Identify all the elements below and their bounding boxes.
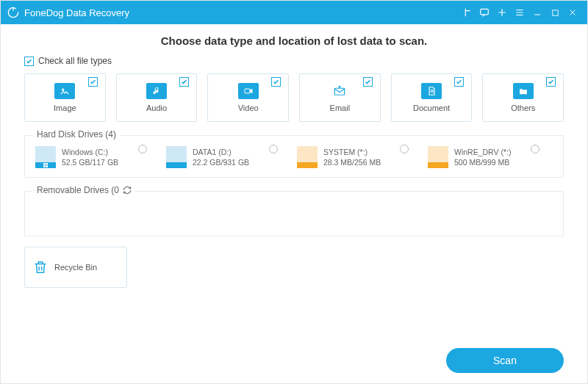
drive-icon: [428, 146, 448, 168]
app-logo-icon: [7, 6, 20, 19]
type-card-video[interactable]: Video: [207, 73, 289, 122]
others-icon: [513, 83, 534, 99]
drive-size: 500 MB/999 MB: [454, 157, 511, 167]
recycle-radio[interactable]: [112, 252, 121, 261]
email-icon: [329, 83, 350, 99]
type-checkbox[interactable]: [454, 77, 464, 87]
hdd-list: Windows (C:)52.5 GB/117 GB DATA1 (D:)22.…: [35, 146, 553, 168]
drive-name: SYSTEM (*:): [323, 147, 381, 157]
drive-item[interactable]: DATA1 (D:)22.2 GB/931 GB: [166, 146, 284, 168]
svg-rect-4: [335, 88, 345, 95]
type-checkbox[interactable]: [88, 77, 98, 87]
svg-rect-0: [481, 9, 489, 15]
drive-size: 28.3 MB/256 MB: [323, 157, 381, 167]
type-label: Image: [54, 104, 76, 112]
drive-icon: [166, 146, 187, 168]
type-card-document[interactable]: Document: [391, 73, 473, 122]
minimize-button[interactable]: [528, 4, 546, 21]
maximize-button[interactable]: [546, 4, 564, 21]
svg-rect-5: [43, 163, 46, 165]
video-icon: [238, 83, 259, 99]
drive-radio[interactable]: [400, 145, 409, 153]
type-checkbox[interactable]: [271, 77, 281, 87]
file-types-row: Image Audio Video Email Document Others: [24, 73, 564, 122]
refresh-icon[interactable]: [119, 185, 135, 198]
main-content: Choose data type and location of lost da…: [1, 24, 587, 383]
check-all-checkbox[interactable]: [24, 57, 34, 66]
type-label: Video: [238, 104, 259, 112]
chat-icon[interactable]: [476, 4, 493, 21]
svg-rect-1: [552, 10, 557, 15]
type-checkbox[interactable]: [363, 77, 373, 87]
type-checkbox[interactable]: [179, 77, 189, 87]
type-card-audio[interactable]: Audio: [116, 73, 198, 122]
drive-size: 52.5 GB/117 GB: [62, 157, 118, 167]
drive-item[interactable]: SYSTEM (*:)28.3 MB/256 MB: [297, 146, 415, 168]
type-label: Document: [413, 104, 450, 112]
svg-rect-3: [245, 89, 250, 93]
recycle-label: Recycle Bin: [54, 263, 97, 272]
type-label: Audio: [146, 104, 167, 112]
type-card-image[interactable]: Image: [24, 73, 106, 122]
svg-rect-6: [46, 163, 48, 165]
type-card-others[interactable]: Others: [482, 73, 564, 122]
drive-name: DATA1 (D:): [193, 147, 249, 157]
svg-rect-8: [46, 165, 48, 167]
page-heading: Choose data type and location of lost da…: [24, 35, 564, 47]
drive-icon: [35, 146, 56, 168]
image-icon: [54, 83, 75, 99]
drive-name: Windows (C:): [62, 147, 118, 157]
audio-icon: [146, 83, 167, 99]
removable-legend: Removable Drives (0): [32, 185, 126, 195]
type-label: Others: [511, 104, 535, 112]
trash-icon: [32, 258, 49, 276]
hdd-section: Hard Disk Drives (4) Windows (C:)52.5 GB…: [24, 135, 564, 178]
svg-point-2: [62, 89, 64, 90]
drive-icon: [297, 146, 318, 168]
type-card-email[interactable]: Email: [299, 73, 381, 122]
close-button[interactable]: [564, 4, 581, 21]
scan-button-label: Scan: [493, 355, 517, 366]
document-icon: [421, 83, 442, 99]
drive-radio[interactable]: [138, 145, 147, 153]
titlebar: FoneDog Data Recovery: [1, 1, 587, 24]
removable-section: Removable Drives (0): [24, 191, 564, 236]
scan-button[interactable]: Scan: [446, 348, 564, 373]
hdd-legend: Hard Disk Drives (4): [32, 129, 121, 140]
add-icon[interactable]: [493, 4, 511, 21]
check-all-label: Check all file types: [38, 56, 112, 66]
type-label: Email: [330, 104, 351, 112]
recycle-bin-card[interactable]: Recycle Bin: [24, 247, 127, 288]
type-checkbox[interactable]: [546, 77, 556, 87]
drive-name: WinRE_DRV (*:): [454, 147, 511, 157]
app-title: FoneDog Data Recovery: [24, 7, 458, 18]
drive-radio[interactable]: [269, 145, 278, 153]
drive-item[interactable]: Windows (C:)52.5 GB/117 GB: [35, 146, 153, 168]
drive-radio[interactable]: [531, 145, 539, 153]
feedback-icon[interactable]: [458, 4, 476, 21]
menu-icon[interactable]: [511, 4, 528, 21]
drive-item[interactable]: WinRE_DRV (*:)500 MB/999 MB: [428, 146, 545, 168]
check-all-row[interactable]: Check all file types: [24, 56, 564, 66]
drive-size: 22.2 GB/931 GB: [193, 157, 249, 167]
svg-rect-7: [43, 165, 46, 167]
